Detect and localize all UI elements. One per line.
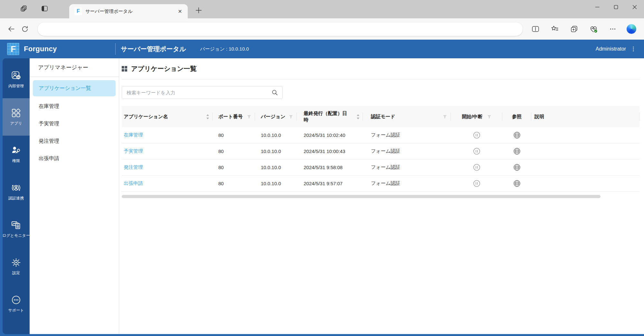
submenu-item-inventory[interactable]: 在庫管理 xyxy=(30,98,119,115)
submenu-item-budget-actual[interactable]: 予実管理 xyxy=(30,115,119,132)
search-icon[interactable] xyxy=(271,89,279,98)
globe-icon[interactable] xyxy=(513,131,521,139)
nav-rail: H 内部管理 アプリ 権限 認証連携 ログとモニター 設定 サポート xyxy=(3,58,30,334)
main-content: アプリケーション一覧 アプリケーション名 ポート番号 バージョン 最終発行（配置… xyxy=(119,58,644,334)
header-divider xyxy=(115,43,116,55)
window-minimize-button[interactable] xyxy=(588,0,607,14)
submenu-item-ordering[interactable]: 発注管理 xyxy=(30,132,119,150)
submenu-panel: アプリマネージャー アプリケーション一覧 在庫管理 予実管理 発注管理 出張申請 xyxy=(30,58,119,334)
table-header-cell[interactable]: アプリケーション名 xyxy=(122,106,213,127)
table-row: 予実管理 80 10.0.10.0 2024/5/31 10:00:43 フォー… xyxy=(122,143,639,159)
table-header-cell[interactable]: 認証モード xyxy=(363,106,451,127)
port-cell: 80 xyxy=(213,127,255,143)
portal-title: サーバー管理ポータル xyxy=(121,45,186,53)
logs-monitor-icon xyxy=(11,220,21,230)
sort-icon[interactable] xyxy=(206,114,209,120)
sort-icon[interactable] xyxy=(356,114,360,120)
version-cell: 10.0.10.0 xyxy=(255,143,297,159)
favorites-icon[interactable] xyxy=(549,24,560,34)
submenu-item-business-trip[interactable]: 出張申請 xyxy=(30,150,119,167)
table-header-cell[interactable]: 開始/中断 xyxy=(451,106,502,127)
split-screen-icon[interactable] xyxy=(530,24,541,34)
pause-icon[interactable] xyxy=(473,148,480,155)
search-box[interactable] xyxy=(122,86,283,99)
tab-title: サーバー管理ポータル xyxy=(85,8,173,14)
app-name-link[interactable]: 在庫管理 xyxy=(124,132,143,138)
table-header-cell[interactable]: 参照 xyxy=(502,106,531,127)
back-icon[interactable] xyxy=(6,24,17,34)
table-header-cell[interactable]: バージョン xyxy=(255,106,297,127)
app-name-link[interactable]: 発注管理 xyxy=(124,164,143,170)
published-cell: 2024/5/31 10:00:43 xyxy=(297,143,363,159)
sidebar-item-auth-federation[interactable]: 認証連携 xyxy=(3,173,30,210)
new-tab-button[interactable] xyxy=(193,5,204,16)
pause-icon[interactable] xyxy=(473,131,480,139)
port-cell: 80 xyxy=(213,159,255,175)
tab-actions-icon[interactable] xyxy=(19,3,30,14)
table-row: 出張申請 80 10.0.10.0 2024/5/31 9:57:07 フォーム… xyxy=(122,176,639,192)
filter-icon[interactable] xyxy=(289,115,293,119)
published-cell: 2024/5/31 9:57:07 xyxy=(297,176,363,191)
pause-icon[interactable] xyxy=(473,180,480,187)
tab-favicon: F xyxy=(74,7,82,15)
sidebar-item-settings[interactable]: 設定 xyxy=(3,248,30,285)
portal-version: バージョン : 10.0.10.0 xyxy=(200,46,249,52)
auth-mode-cell: フォーム認証 xyxy=(363,159,451,175)
tab-close-icon[interactable]: ✕ xyxy=(176,7,184,15)
workspaces-icon[interactable] xyxy=(39,3,50,14)
auth-mode-cell: フォーム認証 xyxy=(363,143,451,159)
table-header-cell[interactable]: 最終発行（配置）日時 xyxy=(297,106,363,127)
user-name[interactable]: Administrator xyxy=(596,46,626,52)
description-cell xyxy=(531,176,639,191)
apps-icon xyxy=(11,108,21,118)
browser-essentials-icon[interactable] xyxy=(588,24,599,34)
globe-icon[interactable] xyxy=(513,180,521,187)
window-maximize-button[interactable] xyxy=(607,0,625,14)
refresh-icon[interactable] xyxy=(19,24,30,34)
permissions-icon xyxy=(11,145,21,156)
sidebar-item-internal-admin[interactable]: H 内部管理 xyxy=(3,61,30,98)
published-cell: 2024/5/31 9:58:08 xyxy=(297,159,363,175)
settings-icon xyxy=(11,257,21,268)
window-close-button[interactable] xyxy=(625,0,644,14)
app-name-link[interactable]: 予実管理 xyxy=(124,148,143,154)
copilot-icon[interactable] xyxy=(627,24,636,34)
filter-icon[interactable] xyxy=(247,115,251,119)
svg-text:H: H xyxy=(17,75,20,79)
table-header-cell[interactable]: 説明 xyxy=(531,106,639,127)
app-table-body: 在庫管理 80 10.0.10.0 2024/5/31 10:02:40 フォー… xyxy=(122,127,639,192)
app-name-link[interactable]: 出張申請 xyxy=(124,180,143,187)
sidebar-item-logs-monitor[interactable]: ログとモニター xyxy=(3,210,30,248)
version-cell: 10.0.10.0 xyxy=(255,176,297,191)
horizontal-scrollbar-thumb[interactable] xyxy=(122,195,601,198)
address-input[interactable] xyxy=(44,26,516,32)
globe-icon[interactable] xyxy=(513,164,521,171)
browser-tab[interactable]: F サーバー管理ポータル ✕ xyxy=(69,4,188,18)
screen: F サーバー管理ポータル ✕ F For xyxy=(0,0,644,336)
forguncy-logo-icon: F xyxy=(7,43,19,55)
sidebar-item-apps[interactable]: アプリ xyxy=(3,98,30,136)
port-cell: 80 xyxy=(213,143,255,159)
collections-icon[interactable] xyxy=(569,24,580,34)
submenu-item-application-list[interactable]: アプリケーション一覧 xyxy=(33,80,116,96)
address-bar[interactable] xyxy=(37,22,523,36)
main-title-row: アプリケーション一覧 xyxy=(122,58,639,80)
ellipsis-icon[interactable] xyxy=(607,24,618,34)
sidebar-item-permissions[interactable]: 権限 xyxy=(3,136,30,173)
globe-icon[interactable] xyxy=(513,148,521,155)
submenu-title: アプリマネージャー xyxy=(30,58,119,77)
filter-icon[interactable] xyxy=(487,115,491,119)
table-header-row: アプリケーション名 ポート番号 バージョン 最終発行（配置）日時 認証モード 開… xyxy=(122,106,639,127)
published-cell: 2024/5/31 10:02:40 xyxy=(297,127,363,143)
auth-mode-cell: フォーム認証 xyxy=(363,127,451,143)
auth-federation-icon xyxy=(11,183,21,193)
pause-icon[interactable] xyxy=(473,164,480,171)
submenu-items: アプリケーション一覧 在庫管理 予実管理 発注管理 出張申請 xyxy=(30,77,119,167)
auth-mode-cell: フォーム認証 xyxy=(363,176,451,191)
filter-icon[interactable] xyxy=(443,115,447,119)
table-header-cell[interactable]: ポート番号 xyxy=(213,106,255,127)
sidebar-item-support[interactable]: サポート xyxy=(3,285,30,322)
user-menu-kebab-icon[interactable] xyxy=(629,44,638,54)
search-input[interactable] xyxy=(122,86,282,99)
table-row: 在庫管理 80 10.0.10.0 2024/5/31 10:02:40 フォー… xyxy=(122,127,639,143)
